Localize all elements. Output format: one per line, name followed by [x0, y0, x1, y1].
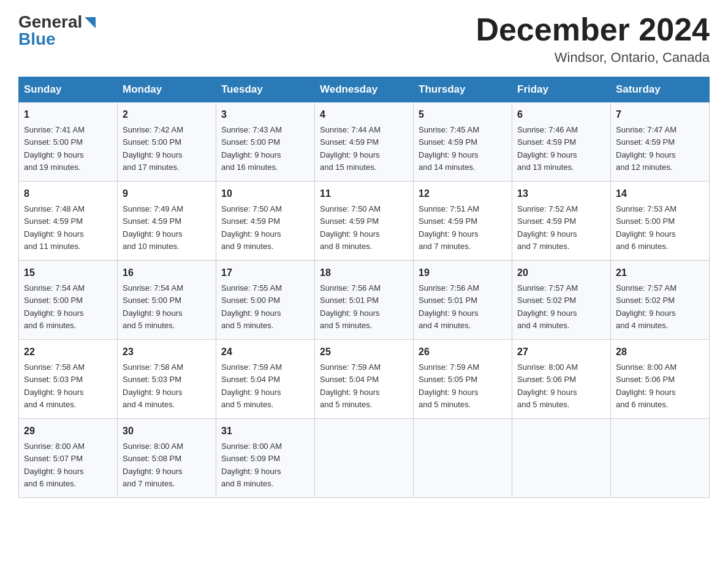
logo: General Blue [18, 12, 97, 49]
day-number: 10 [221, 186, 309, 201]
day-info: Sunrise: 7:44 AMSunset: 4:59 PMDaylight:… [320, 125, 381, 172]
header-tuesday: Tuesday [216, 77, 315, 102]
calendar-cell-w2-d2: 9 Sunrise: 7:49 AMSunset: 4:59 PMDayligh… [118, 182, 216, 261]
day-number: 17 [221, 266, 309, 280]
day-info: Sunrise: 7:48 AMSunset: 4:59 PMDaylight:… [24, 204, 85, 251]
header-thursday: Thursday [414, 77, 512, 102]
day-info: Sunrise: 7:56 AMSunset: 5:01 PMDaylight:… [320, 283, 381, 330]
day-number: 19 [419, 266, 507, 280]
day-info: Sunrise: 7:59 AMSunset: 5:04 PMDaylight:… [320, 362, 381, 409]
calendar-cell-w5-d2: 30 Sunrise: 8:00 AMSunset: 5:08 PMDaylig… [118, 419, 216, 498]
calendar-cell-w5-d3: 31 Sunrise: 8:00 AMSunset: 5:09 PMDaylig… [216, 419, 315, 498]
day-number: 30 [123, 424, 211, 439]
day-info: Sunrise: 7:54 AMSunset: 5:00 PMDaylight:… [24, 283, 85, 330]
header-saturday: Saturday [611, 77, 710, 102]
day-info: Sunrise: 7:52 AMSunset: 4:59 PMDaylight:… [517, 204, 578, 251]
day-number: 7 [616, 107, 704, 122]
calendar-cell-w4-d5: 26 Sunrise: 7:59 AMSunset: 5:05 PMDaylig… [414, 340, 512, 419]
calendar-cell-w4-d1: 22 Sunrise: 7:58 AMSunset: 5:03 PMDaylig… [19, 340, 118, 419]
day-info: Sunrise: 7:46 AMSunset: 4:59 PMDaylight:… [517, 125, 578, 172]
day-number: 20 [517, 266, 605, 280]
day-number: 21 [616, 266, 704, 280]
day-number: 25 [320, 345, 408, 359]
calendar-header-row: Sunday Monday Tuesday Wednesday Thursday… [19, 77, 710, 102]
day-info: Sunrise: 8:00 AMSunset: 5:06 PMDaylight:… [616, 362, 677, 409]
day-info: Sunrise: 7:41 AMSunset: 5:00 PMDaylight:… [24, 125, 85, 172]
day-info: Sunrise: 7:42 AMSunset: 5:00 PMDaylight:… [123, 125, 183, 172]
month-year-title: December 2024 [476, 12, 710, 47]
day-info: Sunrise: 7:50 AMSunset: 4:59 PMDaylight:… [320, 204, 381, 251]
day-info: Sunrise: 7:59 AMSunset: 5:05 PMDaylight:… [419, 362, 479, 409]
calendar-cell-w2-d4: 11 Sunrise: 7:50 AMSunset: 4:59 PMDaylig… [315, 182, 414, 261]
calendar-cell-w1-d2: 2 Sunrise: 7:42 AMSunset: 5:00 PMDayligh… [118, 102, 216, 182]
day-number: 2 [123, 107, 211, 122]
calendar-cell-w5-d7 [611, 419, 710, 498]
calendar-cell-w5-d5 [414, 419, 512, 498]
day-info: Sunrise: 7:50 AMSunset: 4:59 PMDaylight:… [221, 204, 282, 251]
calendar-cell-w2-d7: 14 Sunrise: 7:53 AMSunset: 5:00 PMDaylig… [611, 182, 710, 261]
day-number: 29 [24, 424, 112, 439]
day-info: Sunrise: 8:00 AMSunset: 5:09 PMDaylight:… [221, 442, 282, 488]
calendar-cell-w4-d6: 27 Sunrise: 8:00 AMSunset: 5:06 PMDaylig… [512, 340, 611, 419]
day-number: 5 [419, 107, 507, 122]
day-info: Sunrise: 8:00 AMSunset: 5:06 PMDaylight:… [517, 362, 578, 409]
day-info: Sunrise: 8:00 AMSunset: 5:07 PMDaylight:… [24, 442, 85, 488]
calendar-cell-w3-d6: 20 Sunrise: 7:57 AMSunset: 5:02 PMDaylig… [512, 261, 611, 340]
calendar-cell-w4-d4: 25 Sunrise: 7:59 AMSunset: 5:04 PMDaylig… [315, 340, 414, 419]
calendar-table: Sunday Monday Tuesday Wednesday Thursday… [18, 77, 710, 498]
day-number: 27 [517, 345, 605, 359]
logo-arrow-icon [83, 16, 97, 29]
day-number: 15 [24, 266, 112, 280]
day-number: 13 [517, 186, 605, 201]
location-subtitle: Windsor, Ontario, Canada [476, 50, 710, 66]
page-header: General Blue December 2024 Windsor, Onta… [18, 12, 710, 66]
day-info: Sunrise: 7:57 AMSunset: 5:02 PMDaylight:… [517, 283, 578, 330]
svg-marker-0 [85, 17, 96, 28]
calendar-cell-w1-d7: 7 Sunrise: 7:47 AMSunset: 4:59 PMDayligh… [611, 102, 710, 182]
day-number: 24 [221, 345, 309, 359]
day-info: Sunrise: 7:58 AMSunset: 5:03 PMDaylight:… [24, 362, 85, 409]
calendar-cell-w2-d3: 10 Sunrise: 7:50 AMSunset: 4:59 PMDaylig… [216, 182, 315, 261]
day-info: Sunrise: 7:58 AMSunset: 5:03 PMDaylight:… [123, 362, 183, 409]
calendar-cell-w1-d1: 1 Sunrise: 7:41 AMSunset: 5:00 PMDayligh… [19, 102, 118, 182]
day-info: Sunrise: 7:45 AMSunset: 4:59 PMDaylight:… [419, 125, 479, 172]
calendar-cell-w3-d7: 21 Sunrise: 7:57 AMSunset: 5:02 PMDaylig… [611, 261, 710, 340]
calendar-cell-w1-d6: 6 Sunrise: 7:46 AMSunset: 4:59 PMDayligh… [512, 102, 611, 182]
day-number: 3 [221, 107, 309, 122]
calendar-cell-w5-d4 [315, 419, 414, 498]
day-number: 4 [320, 107, 408, 122]
day-number: 12 [419, 186, 507, 201]
day-number: 8 [24, 186, 112, 201]
day-info: Sunrise: 7:54 AMSunset: 5:00 PMDaylight:… [123, 283, 183, 330]
day-info: Sunrise: 8:00 AMSunset: 5:08 PMDaylight:… [123, 442, 183, 488]
calendar-cell-w2-d5: 12 Sunrise: 7:51 AMSunset: 4:59 PMDaylig… [414, 182, 512, 261]
calendar-cell-w3-d1: 15 Sunrise: 7:54 AMSunset: 5:00 PMDaylig… [19, 261, 118, 340]
day-number: 14 [616, 186, 704, 201]
day-number: 23 [123, 345, 211, 359]
calendar-cell-w5-d6 [512, 419, 611, 498]
day-info: Sunrise: 7:59 AMSunset: 5:04 PMDaylight:… [221, 362, 282, 409]
calendar-cell-w2-d6: 13 Sunrise: 7:52 AMSunset: 4:59 PMDaylig… [512, 182, 611, 261]
calendar-cell-w3-d3: 17 Sunrise: 7:55 AMSunset: 5:00 PMDaylig… [216, 261, 315, 340]
header-monday: Monday [118, 77, 216, 102]
day-info: Sunrise: 7:51 AMSunset: 4:59 PMDaylight:… [419, 204, 479, 251]
calendar-cell-w1-d5: 5 Sunrise: 7:45 AMSunset: 4:59 PMDayligh… [414, 102, 512, 182]
day-number: 1 [24, 107, 112, 122]
calendar-cell-w4-d3: 24 Sunrise: 7:59 AMSunset: 5:04 PMDaylig… [216, 340, 315, 419]
day-info: Sunrise: 7:57 AMSunset: 5:02 PMDaylight:… [616, 283, 677, 330]
calendar-cell-w1-d3: 3 Sunrise: 7:43 AMSunset: 5:00 PMDayligh… [216, 102, 315, 182]
header-wednesday: Wednesday [315, 77, 414, 102]
day-info: Sunrise: 7:53 AMSunset: 5:00 PMDaylight:… [616, 204, 677, 251]
day-info: Sunrise: 7:55 AMSunset: 5:00 PMDaylight:… [221, 283, 282, 330]
calendar-week-1: 1 Sunrise: 7:41 AMSunset: 5:00 PMDayligh… [19, 102, 710, 182]
logo-blue-text: Blue [18, 29, 56, 49]
calendar-cell-w4-d7: 28 Sunrise: 8:00 AMSunset: 5:06 PMDaylig… [611, 340, 710, 419]
day-number: 26 [419, 345, 507, 359]
calendar-cell-w2-d1: 8 Sunrise: 7:48 AMSunset: 4:59 PMDayligh… [19, 182, 118, 261]
day-info: Sunrise: 7:43 AMSunset: 5:00 PMDaylight:… [221, 125, 282, 172]
header-sunday: Sunday [19, 77, 118, 102]
calendar-cell-w3-d5: 19 Sunrise: 7:56 AMSunset: 5:01 PMDaylig… [414, 261, 512, 340]
calendar-cell-w4-d2: 23 Sunrise: 7:58 AMSunset: 5:03 PMDaylig… [118, 340, 216, 419]
calendar-week-2: 8 Sunrise: 7:48 AMSunset: 4:59 PMDayligh… [19, 182, 710, 261]
calendar-cell-w5-d1: 29 Sunrise: 8:00 AMSunset: 5:07 PMDaylig… [19, 419, 118, 498]
